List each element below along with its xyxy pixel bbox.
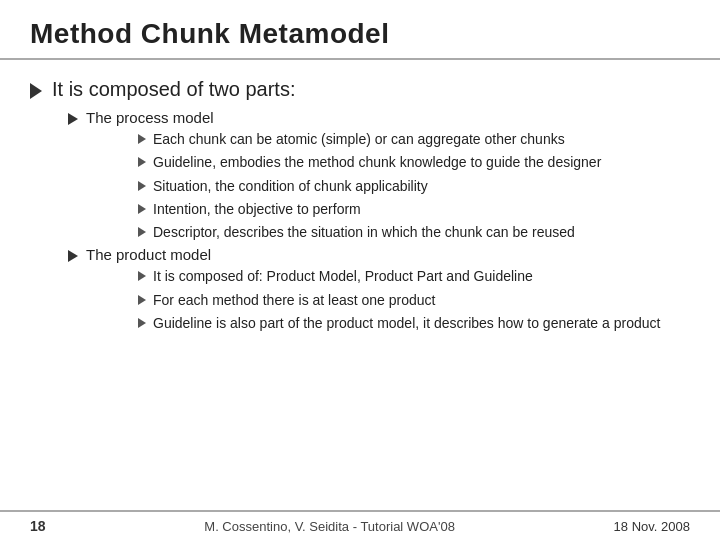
arrow3-icon — [138, 227, 146, 237]
slide-title: Method Chunk Metamodel — [30, 18, 389, 49]
process-model-subitems: Each chunk can be atomic (simple) or can… — [138, 129, 690, 242]
process-item-5: Descriptor, describes the situation in w… — [153, 222, 575, 242]
product-model-label: The product model — [86, 246, 211, 263]
level1-label: It is composed of two parts: — [52, 78, 295, 101]
product-item-1: It is composed of: Product Model, Produc… — [153, 266, 533, 286]
slide-header: Method Chunk Metamodel — [0, 0, 720, 60]
arrow3-icon — [138, 157, 146, 167]
product-model-subitems: It is composed of: Product Model, Produc… — [138, 266, 690, 333]
product-item-2: For each method there is at least one pr… — [153, 290, 436, 310]
slide: Method Chunk Metamodel It is composed of… — [0, 0, 720, 540]
list-item: Guideline is also part of the product mo… — [138, 313, 690, 333]
slide-footer: 18 M. Cossentino, V. Seidita - Tutorial … — [0, 510, 720, 540]
product-item-3: Guideline is also part of the product mo… — [153, 313, 660, 333]
arrow3-icon — [138, 181, 146, 191]
list-item: It is composed of: Product Model, Produc… — [138, 266, 690, 286]
slide-content: It is composed of two parts: The process… — [0, 66, 720, 510]
arrow1-icon — [30, 83, 42, 99]
product-model-section: The product model It is composed of: Pro… — [68, 246, 690, 333]
arrow3-icon — [138, 204, 146, 214]
list-item: For each method there is at least one pr… — [138, 290, 690, 310]
product-model-item: The product model — [68, 246, 690, 263]
list-item: Guideline, embodies the method chunk kno… — [138, 152, 690, 172]
arrow2-icon — [68, 250, 78, 262]
process-item-3: Situation, the condition of chunk applic… — [153, 176, 428, 196]
list-item: Intention, the objective to perform — [138, 199, 690, 219]
footer-date: 18 Nov. 2008 — [614, 519, 690, 534]
process-item-2: Guideline, embodies the method chunk kno… — [153, 152, 601, 172]
list-item: Situation, the condition of chunk applic… — [138, 176, 690, 196]
page-number: 18 — [30, 518, 46, 534]
list-item: Each chunk can be atomic (simple) or can… — [138, 129, 690, 149]
process-item-4: Intention, the objective to perform — [153, 199, 361, 219]
list-item: Descriptor, describes the situation in w… — [138, 222, 690, 242]
process-model-section: The process model Each chunk can be atom… — [68, 109, 690, 242]
arrow3-icon — [138, 134, 146, 144]
level1-item: It is composed of two parts: — [30, 78, 690, 101]
arrow3-icon — [138, 295, 146, 305]
arrow2-icon — [68, 113, 78, 125]
process-item-1: Each chunk can be atomic (simple) or can… — [153, 129, 565, 149]
arrow3-icon — [138, 318, 146, 328]
process-model-label: The process model — [86, 109, 214, 126]
process-model-item: The process model — [68, 109, 690, 126]
footer-citation: M. Cossentino, V. Seidita - Tutorial WOA… — [204, 519, 455, 534]
arrow3-icon — [138, 271, 146, 281]
